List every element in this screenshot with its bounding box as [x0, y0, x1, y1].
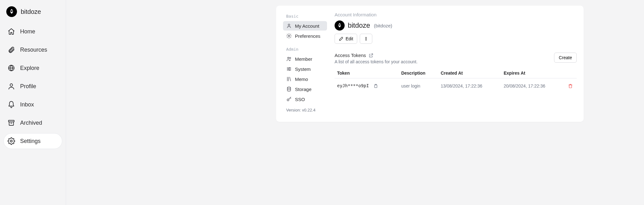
token-expires: 20/08/2024, 17:22:36	[501, 78, 564, 94]
col-created: Created At	[438, 67, 501, 78]
nav-home[interactable]: Home	[4, 24, 62, 39]
svg-point-4	[288, 24, 290, 26]
svg-point-7	[290, 57, 291, 59]
settings-nav: Basic My Account Preferences Admin Membe…	[283, 12, 327, 116]
svg-point-6	[288, 57, 289, 59]
user-icon	[8, 83, 15, 90]
account-handle: (bitdoze)	[374, 23, 392, 28]
delete-token-button[interactable]	[567, 82, 574, 90]
settings-content: Account Information bitdoze (bitdoze) Ed…	[335, 12, 577, 116]
home-icon	[8, 28, 15, 35]
svg-point-13	[366, 37, 366, 38]
svg-point-15	[366, 40, 366, 40]
nav-label: Inbox	[20, 101, 34, 108]
brand-name: bitdoze	[21, 8, 41, 15]
settings-item-label: Preferences	[295, 33, 320, 39]
settings-item-storage[interactable]: Storage	[283, 84, 327, 94]
svg-point-1	[10, 84, 13, 86]
avatar	[335, 20, 345, 31]
svg-point-11	[287, 87, 291, 88]
tokens-title: Access Tokens	[335, 53, 366, 58]
nav-label: Explore	[20, 65, 39, 71]
create-token-button[interactable]: Create	[554, 53, 577, 63]
nav-label: Archived	[20, 120, 42, 126]
settings-item-my-account[interactable]: My Account	[283, 21, 327, 31]
account-display-name: bitdoze	[348, 21, 370, 30]
account-identity: bitdoze (bitdoze)	[335, 20, 577, 31]
copy-token-button[interactable]	[372, 82, 380, 90]
table-row: eyJh****o9pI user login 13/08/2024, 17:2…	[335, 78, 577, 94]
cog-icon	[286, 33, 292, 39]
brand: bitdoze	[4, 6, 62, 23]
tokens-description: A list of all access tokens for your acc…	[335, 59, 418, 64]
key-icon	[286, 96, 292, 102]
more-button[interactable]	[360, 34, 372, 44]
col-expires: Expires At	[501, 67, 564, 78]
settings-item-member[interactable]: Member	[283, 54, 327, 64]
nav-label: Settings	[20, 138, 41, 145]
section-title: Account Information	[335, 12, 577, 17]
settings-item-system[interactable]: System	[283, 64, 327, 74]
nav-settings[interactable]: Settings	[4, 134, 62, 149]
tokens-table: Token Description Created At Expires At …	[335, 67, 577, 94]
svg-point-3	[10, 140, 12, 142]
col-description: Description	[399, 67, 438, 78]
group-label-admin: Admin	[283, 45, 327, 54]
token-description: user login	[399, 78, 438, 94]
main-content: Basic My Account Preferences Admin Membe…	[66, 0, 644, 205]
nav-label: Profile	[20, 83, 36, 90]
group-label-basic: Basic	[283, 12, 327, 20]
globe-icon	[8, 64, 15, 72]
users-icon	[286, 56, 292, 62]
more-vertical-icon	[364, 36, 369, 41]
database-icon	[286, 86, 292, 92]
settings-item-label: System	[295, 66, 311, 72]
svg-rect-17	[375, 85, 377, 88]
token-value: eyJh****o9pI	[337, 83, 369, 88]
trash-icon	[568, 83, 573, 88]
svg-rect-2	[8, 120, 14, 122]
nav-explore[interactable]: Explore	[4, 60, 62, 76]
token-created: 13/08/2024, 17:22:36	[438, 78, 501, 94]
clipboard-icon	[373, 83, 378, 88]
settings-card: Basic My Account Preferences Admin Membe…	[276, 6, 584, 122]
gear-icon	[8, 137, 15, 145]
settings-item-label: SSO	[295, 97, 305, 102]
nav-resources[interactable]: Resources	[4, 42, 62, 57]
library-icon	[286, 76, 292, 82]
pencil-icon	[339, 36, 344, 41]
brand-logo	[6, 6, 17, 17]
svg-point-14	[366, 38, 366, 39]
sliders-icon	[286, 66, 292, 72]
version-label: Version: v0.22.4	[283, 105, 327, 116]
settings-item-memo[interactable]: Memo	[283, 74, 327, 84]
paperclip-icon	[8, 46, 15, 54]
settings-item-label: My Account	[295, 23, 319, 29]
nav-label: Home	[20, 28, 35, 35]
external-link-icon[interactable]	[369, 53, 374, 58]
settings-item-sso[interactable]: SSO	[283, 94, 327, 104]
settings-item-label: Member	[295, 56, 312, 62]
nav-label: Resources	[20, 47, 47, 53]
settings-item-preferences[interactable]: Preferences	[283, 31, 327, 41]
svg-point-10	[289, 70, 290, 71]
nav-profile[interactable]: Profile	[4, 79, 62, 94]
edit-button-label: Edit	[346, 36, 353, 41]
settings-item-label: Memo	[295, 77, 308, 82]
svg-point-9	[288, 69, 289, 69]
bell-icon	[8, 101, 15, 108]
nav-inbox[interactable]: Inbox	[4, 97, 62, 112]
settings-item-label: Storage	[295, 87, 312, 92]
user-icon	[286, 23, 292, 29]
svg-point-8	[289, 67, 290, 68]
edit-button[interactable]: Edit	[335, 34, 357, 44]
nav-archived[interactable]: Archived	[4, 115, 62, 130]
main-sidebar: bitdoze Home Resources Explore Profile I…	[0, 0, 66, 205]
col-token: Token	[335, 67, 399, 78]
col-actions	[564, 67, 577, 78]
archive-icon	[8, 119, 15, 127]
svg-point-5	[288, 35, 290, 37]
